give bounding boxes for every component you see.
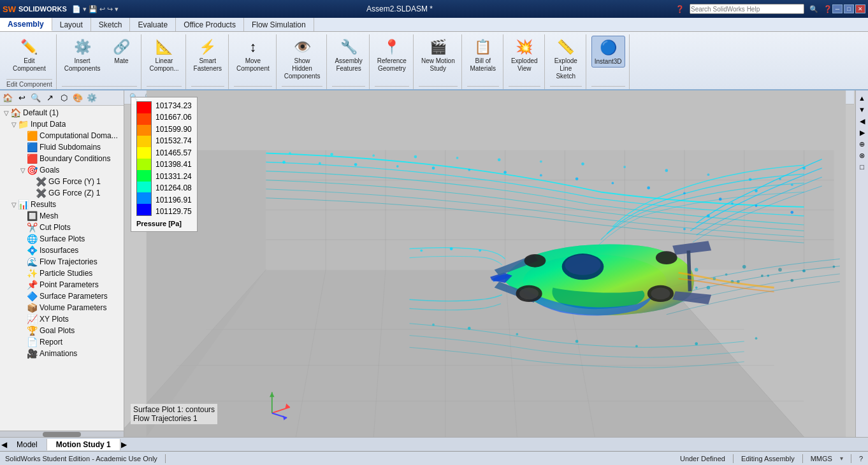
show-hidden-icon: 👁️ <box>292 37 312 57</box>
feature-tree: ▽ 🏠 Default (1) ▽ 📁 Input Data 🟧 Computa… <box>0 106 124 431</box>
svg-point-33 <box>540 174 542 176</box>
expander-isosurfaces <box>19 247 27 254</box>
ribbon-group-insert: ⚙️ InsertComponents 🔗 Mate <box>58 34 142 89</box>
status-help[interactable]: ? <box>859 455 863 462</box>
explode-line-sketch-button[interactable]: 📏 ExplodeLineSketch <box>550 36 582 82</box>
expander-gg-force-y <box>28 178 36 185</box>
sidebar-horizontal-scroll[interactable] <box>0 431 124 437</box>
tab-motion-study-1[interactable]: Motion Study 1 <box>47 439 120 450</box>
tree-icon-cut-plots: ✂️ <box>27 222 38 232</box>
new-motion-study-icon: 🎬 <box>428 37 448 57</box>
tab-office-products[interactable]: Office Products <box>176 18 244 31</box>
tree-item-xy-plots[interactable]: 📈 XY Plots <box>1 313 122 325</box>
tree-item-isosurfaces[interactable]: 💠 Isosurfaces <box>1 245 122 256</box>
tree-item-volume-parameters[interactable]: 📦 Volume Parameters <box>1 302 122 313</box>
tree-label-particle-studies: Particle Studies <box>40 269 92 278</box>
new-motion-study-button[interactable]: 🎬 New MotionStudy <box>419 36 458 74</box>
show-hidden-button[interactable]: 👁️ ShowHiddenComponents <box>282 36 323 82</box>
tab-layout[interactable]: Layout <box>52 18 91 31</box>
tree-item-cut-plots[interactable]: ✂️ Cut Plots <box>1 222 122 233</box>
instant3d-button[interactable]: 🔵 Instant3D <box>591 36 625 68</box>
tree-item-boundary-conditions[interactable]: 🟥 Boundary Conditions <box>1 153 122 164</box>
legend-segment-10 <box>137 204 151 215</box>
tree-item-animations[interactable]: 🎥 Animations <box>1 348 122 359</box>
tree-item-goal-plots[interactable]: 🏆 Goal Plots <box>1 325 122 336</box>
tree-item-fluid-subdomains[interactable]: 🟦 Fluid Subdomains <box>1 141 122 153</box>
tree-item-point-parameters[interactable]: 📌 Point Parameters <box>1 279 122 290</box>
tree-item-flow-trajectories[interactable]: 🌊 Flow Trajectories <box>1 256 122 268</box>
tree-item-results[interactable]: ▽ 📊 Results <box>1 199 122 210</box>
tree-item-report[interactable]: 📄 Report <box>1 336 122 348</box>
tree-icon-input-data: 📁 <box>18 119 29 129</box>
tree-label-input-data: Input Data <box>31 120 66 129</box>
tree-item-gg-force-z[interactable]: ✖️ GG Force (Z) 1 <box>1 187 122 199</box>
legend-value-10: 101129.75 <box>156 207 192 216</box>
assembly-features-button[interactable]: 🔧 AssemblyFeatures <box>332 36 365 74</box>
sidebar-settings-button[interactable]: ⚙️ <box>85 92 98 104</box>
tree-item-gg-force-y[interactable]: ✖️ GG Force (Y) 1 <box>1 176 122 187</box>
sidebar-arrow-button[interactable]: ↩ <box>15 92 28 104</box>
mini-btn-1[interactable]: ▲ <box>857 93 867 103</box>
sidebar-select-button[interactable]: ↗ <box>43 92 56 104</box>
tree-item-input-data[interactable]: ▽ 📁 Input Data <box>1 118 122 130</box>
svg-point-44 <box>414 155 417 159</box>
tab-flow-simulation[interactable]: Flow Simulation <box>244 18 314 31</box>
ribbon-group-motion: 🎬 New MotionStudy <box>415 34 462 89</box>
maximize-button[interactable]: □ <box>844 4 854 13</box>
sidebar-zoom-button[interactable]: 🔍 <box>29 92 42 104</box>
insert-components-button[interactable]: ⚙️ InsertComponents <box>62 36 103 74</box>
tree-item-particle-studies[interactable]: ✨ Particle Studies <box>1 268 122 279</box>
tab-model[interactable]: Model <box>8 439 47 450</box>
tree-item-default[interactable]: ▽ 🏠 Default (1) <box>1 107 122 118</box>
ribbon-group-move: ↕️ MoveComponent <box>230 34 277 89</box>
linear-component-label: LinearCompon... <box>149 57 178 73</box>
tab-evaluate[interactable]: Evaluate <box>130 18 176 31</box>
assembly-features-group-label <box>332 86 365 88</box>
tree-item-mesh[interactable]: 🔲 Mesh <box>1 210 122 222</box>
close-button[interactable]: ✕ <box>855 4 865 13</box>
edit-component-button[interactable]: ✏️ EditComponent <box>10 36 48 74</box>
tab-sketch[interactable]: Sketch <box>91 18 131 31</box>
tree-item-goals[interactable]: ▽ 🎯 Goals <box>1 164 122 176</box>
mate-button[interactable]: 🔗 Mate <box>105 36 137 66</box>
tab-scroll-right[interactable]: ▶ <box>120 440 128 449</box>
sidebar-home-button[interactable]: 🏠 <box>1 92 14 104</box>
smart-fasteners-button[interactable]: ⚡ SmartFasteners <box>191 36 224 74</box>
mini-btn-5[interactable]: ⊕ <box>857 139 867 149</box>
smart-fasteners-icon: ⚡ <box>198 37 218 57</box>
tree-item-surface-parameters[interactable]: 🔷 Surface Parameters <box>1 290 122 302</box>
tab-scroll-left[interactable]: ◀ <box>0 440 8 449</box>
svg-point-73 <box>524 254 546 268</box>
mini-btn-3[interactable]: ◀ <box>857 116 867 126</box>
instant3d-icon: 🔵 <box>598 38 618 58</box>
ribbon-group-items-fasteners: ⚡ SmartFasteners <box>191 36 224 85</box>
tree-label-gg-force-z: GG Force (Z) 1 <box>48 189 100 197</box>
move-component-button[interactable]: ↕️ MoveComponent <box>234 36 272 74</box>
quick-access-toolbar[interactable]: 📄 ▾ 💾 ↩ ↪ ▾ <box>72 5 119 13</box>
bill-of-materials-button[interactable]: 📋 Bill ofMaterials <box>467 36 499 74</box>
search-icon[interactable]: 🔍 <box>809 5 818 13</box>
bill-of-materials-label: Bill ofMaterials <box>470 57 496 73</box>
ribbon-group-edit: ✏️ EditComponent Edit Component <box>3 34 57 89</box>
tab-assembly[interactable]: Assembly <box>0 18 52 31</box>
svg-point-90 <box>737 280 740 283</box>
viewport[interactable]: 🔍 🔍 ↻ ✋ ⬡ ⚙️ 📷 💡 🎨 📊 ⚙️ <box>124 90 868 437</box>
svg-point-70 <box>519 288 539 300</box>
exploded-view-button[interactable]: 💥 ExplodedView <box>509 36 540 74</box>
sidebar-display-button[interactable]: ⬡ <box>57 92 70 104</box>
tree-item-computational-domain[interactable]: 🟧 Computational Doma... <box>1 130 122 141</box>
window-controls[interactable]: ─ □ ✕ <box>832 4 865 13</box>
svg-point-87 <box>707 286 711 290</box>
help-question-icon[interactable]: ❓ <box>823 5 832 13</box>
search-input[interactable] <box>690 4 804 14</box>
mini-btn-6[interactable]: ⊗ <box>857 150 867 161</box>
mini-btn-7[interactable]: □ <box>857 162 867 172</box>
search-area[interactable]: ❓ 🔍 ❓ <box>676 4 832 14</box>
tree-item-surface-plots[interactable]: 🌐 Surface Plots <box>1 233 122 245</box>
mini-btn-2[interactable]: ▼ <box>857 104 867 115</box>
reference-geometry-button[interactable]: 📍 ReferenceGeometry <box>375 36 409 74</box>
mini-btn-4[interactable]: ▶ <box>857 127 867 138</box>
minimize-button[interactable]: ─ <box>832 4 843 13</box>
sidebar-color-button[interactable]: 🎨 <box>71 92 84 104</box>
linear-component-button[interactable]: 📐 LinearCompon... <box>147 36 181 74</box>
